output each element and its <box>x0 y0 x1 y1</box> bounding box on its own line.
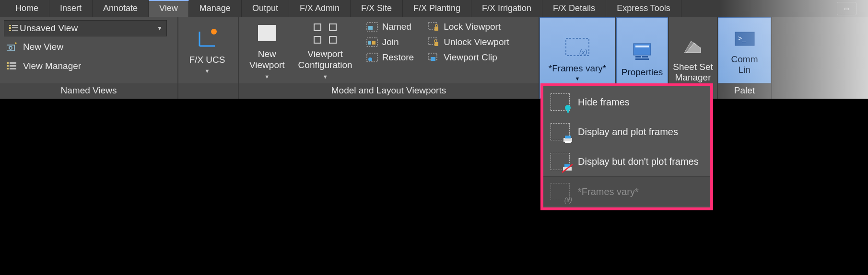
viewport-config-button[interactable]: Viewport Configuration ▼ <box>292 21 359 80</box>
sheetset-label: Sheet Set Manager <box>673 62 713 83</box>
svg-rect-38 <box>642 56 648 57</box>
unsaved-view-dropdown[interactable]: Unsaved View ▼ <box>4 20 167 36</box>
svg-text:>_: >_ <box>738 34 746 42</box>
command-line-button[interactable]: >_ Comm Lin <box>718 17 771 83</box>
new-view-icon <box>7 42 18 52</box>
svg-rect-46 <box>565 141 571 143</box>
svg-rect-21 <box>368 26 373 30</box>
ribbon: Home Insert Annotate View Manage Output … <box>0 0 868 99</box>
tab-insert[interactable]: Insert <box>49 0 93 17</box>
viewport-clip-button[interactable]: Viewport Clip <box>427 52 509 63</box>
svg-rect-36 <box>635 46 649 47</box>
svg-rect-35 <box>633 44 651 55</box>
svg-rect-32 <box>431 57 435 61</box>
new-viewport-button[interactable]: New Viewport ▼ <box>243 21 292 80</box>
views-list-icon <box>8 23 20 33</box>
join-viewports-button[interactable]: Join <box>366 36 414 48</box>
tab-fx-admin[interactable]: F/X Admin <box>289 0 351 17</box>
viewport-clip-label: Viewport Clip <box>444 52 497 63</box>
fx-ucs-label: F/X UCS <box>189 55 225 66</box>
restore-viewports-button[interactable]: Restore <box>366 52 414 63</box>
tab-fx-irrigation[interactable]: F/X Irrigation <box>471 0 542 17</box>
svg-rect-0 <box>9 25 11 26</box>
properties-icon <box>631 39 654 65</box>
tab-home[interactable]: Home <box>5 0 49 17</box>
hide-frames-icon <box>549 92 571 112</box>
svg-rect-10 <box>7 65 9 67</box>
restore-viewports-icon <box>366 52 378 63</box>
panel-title-viewports: Model and Layout Viewports <box>239 83 539 99</box>
panel-named-views: Unsaved View ▼ New View View Manager Nam… <box>0 17 178 99</box>
ribbon-tabs: Home Insert Annotate View Manage Output … <box>0 0 868 17</box>
view-manager-label: View Manager <box>23 61 81 71</box>
svg-point-8 <box>9 46 12 49</box>
unsaved-view-label: Unsaved View <box>20 23 78 34</box>
ucs-icon <box>196 29 219 52</box>
svg-rect-13 <box>10 65 16 67</box>
unlock-viewport-button[interactable]: Unlock Viewport <box>427 36 509 48</box>
display-noplot-frames-icon <box>549 151 571 172</box>
svg-rect-5 <box>12 30 18 31</box>
tab-fx-planting[interactable]: F/X Planting <box>403 0 471 17</box>
tab-fx-site[interactable]: F/X Site <box>351 0 403 17</box>
frames-vary-option: (x) *Frames vary* <box>543 176 710 206</box>
svg-rect-3 <box>12 25 18 26</box>
svg-rect-45 <box>565 136 571 138</box>
named-viewports-button[interactable]: Named <box>366 21 414 33</box>
tab-output[interactable]: Output <box>242 0 289 17</box>
chevron-down-icon: ▼ <box>323 74 328 80</box>
lock-viewport-label: Lock Viewport <box>444 22 501 32</box>
svg-rect-37 <box>635 56 641 57</box>
viewport-config-label: Viewport Configuration <box>298 49 352 71</box>
command-line-label: Comm Lin <box>731 54 758 75</box>
svg-rect-25 <box>367 53 377 62</box>
ribbon-collapse-button[interactable]: ▭ <box>837 2 856 15</box>
chevron-down-icon: ▼ <box>157 25 163 32</box>
tab-annotate[interactable]: Annotate <box>93 0 149 17</box>
tab-manage[interactable]: Manage <box>189 0 242 17</box>
svg-rect-19 <box>258 25 276 41</box>
chevron-down-icon: ▼ <box>575 76 580 81</box>
svg-rect-14 <box>10 68 16 69</box>
svg-rect-2 <box>9 30 11 31</box>
svg-rect-24 <box>372 41 375 45</box>
frames-vary-option-icon: (x) <box>549 182 571 202</box>
new-viewport-icon <box>253 21 281 46</box>
unlock-viewport-label: Unlock Viewport <box>444 37 509 47</box>
svg-rect-7 <box>7 45 14 51</box>
panel-title-named-views: Named Views <box>0 83 177 99</box>
view-manager-button[interactable]: View Manager <box>4 57 84 75</box>
svg-point-42 <box>565 105 571 111</box>
fx-ucs-button[interactable]: F/X UCS ▼ <box>189 29 225 74</box>
svg-rect-39 <box>635 58 649 60</box>
properties-label: Properties <box>622 67 663 78</box>
hide-frames-option[interactable]: Hide frames <box>543 87 710 117</box>
named-viewports-icon <box>366 21 378 33</box>
panel-title-palettes: Palet <box>718 83 771 99</box>
svg-rect-9 <box>7 62 9 64</box>
display-noplot-frames-option[interactable]: Display but don't plot frames <box>543 147 710 176</box>
ribbon-panel-row: Unsaved View ▼ New View View Manager Nam… <box>0 17 868 99</box>
named-label: Named <box>382 22 411 32</box>
frames-vary-icon: (x) <box>563 35 592 61</box>
lock-viewport-icon <box>427 21 440 33</box>
panel-viewports: New Viewport ▼ Viewport Configuration ▼ … <box>239 17 540 99</box>
svg-rect-4 <box>12 27 18 28</box>
svg-rect-11 <box>7 68 9 69</box>
tab-view[interactable]: View <box>149 0 189 17</box>
frames-vary-label: *Frames vary* <box>549 63 606 74</box>
hide-frames-label: Hide frames <box>578 97 630 108</box>
tab-express-tools[interactable]: Express Tools <box>606 0 681 17</box>
unlock-viewport-icon <box>427 36 440 48</box>
join-label: Join <box>382 37 399 47</box>
panel-ucs: F/X UCS ▼ <box>178 17 239 99</box>
new-view-button[interactable]: New View <box>4 38 66 56</box>
tab-fx-details[interactable]: F/X Details <box>542 0 606 17</box>
lock-viewport-button[interactable]: Lock Viewport <box>427 21 509 33</box>
join-viewports-icon <box>366 36 378 48</box>
display-plot-frames-option[interactable]: Display and plot frames <box>543 117 710 147</box>
chevron-down-icon: ▼ <box>205 68 210 74</box>
new-viewport-label: New Viewport <box>249 49 285 71</box>
display-noplot-frames-label: Display but don't plot frames <box>578 156 699 167</box>
sheetset-icon <box>681 34 704 60</box>
